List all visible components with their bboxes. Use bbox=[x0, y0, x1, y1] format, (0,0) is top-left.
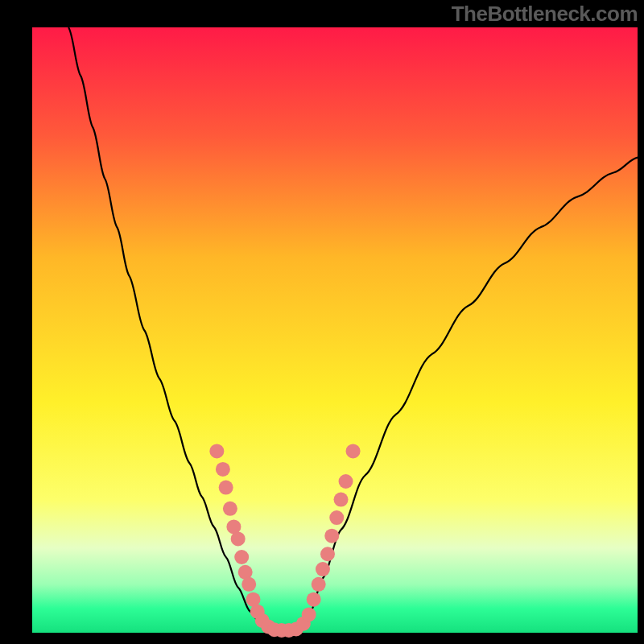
data-point bbox=[334, 493, 349, 507]
data-point bbox=[324, 529, 339, 543]
chart-svg bbox=[0, 0, 644, 644]
data-point bbox=[234, 550, 249, 564]
data-point bbox=[219, 481, 233, 495]
data-point bbox=[302, 607, 316, 621]
data-point bbox=[339, 474, 353, 489]
data-point bbox=[316, 562, 330, 576]
data-point bbox=[242, 577, 256, 592]
data-point bbox=[320, 547, 335, 561]
data-point bbox=[329, 510, 344, 525]
data-point bbox=[312, 577, 326, 592]
data-point bbox=[307, 592, 321, 607]
data-point bbox=[346, 444, 361, 458]
watermark-text: TheBottleneck.com bbox=[452, 2, 638, 27]
data-point bbox=[216, 462, 230, 477]
data-point bbox=[231, 531, 246, 546]
bottleneck-chart: TheBottleneck.com bbox=[0, 0, 644, 644]
data-point bbox=[209, 444, 224, 458]
data-point bbox=[223, 502, 237, 516]
